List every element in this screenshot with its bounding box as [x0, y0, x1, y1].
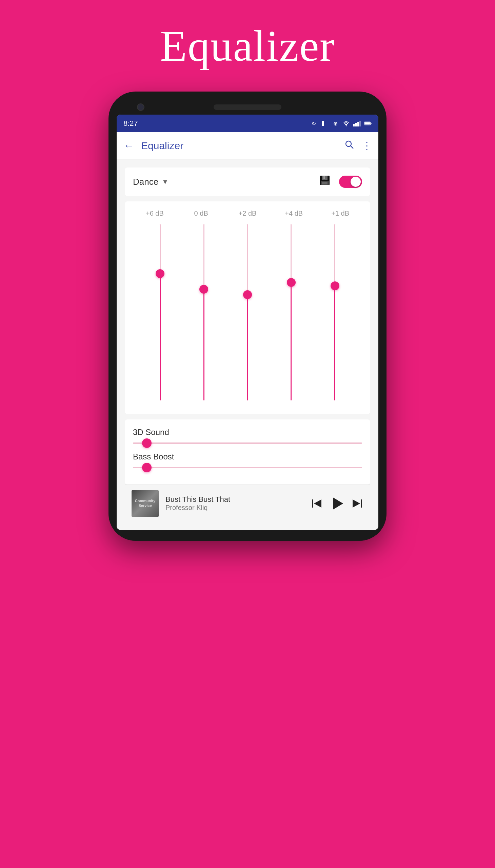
player-controls — [310, 496, 363, 511]
db-labels-row: +6 dB 0 dB +2 dB +4 dB +1 dB — [132, 209, 363, 217]
eq-band-1-active — [160, 274, 161, 401]
svg-rect-19 — [361, 499, 362, 508]
svg-rect-16 — [312, 499, 313, 508]
svg-rect-5 — [359, 121, 361, 126]
eq-band-1-thumb[interactable] — [156, 269, 165, 278]
track-info: Bust This Bust That Professor Kliq — [166, 495, 310, 512]
3d-sound-section: 3D Sound — [133, 428, 362, 444]
album-art: CommunityService — [132, 490, 159, 517]
svg-marker-18 — [333, 497, 343, 510]
dropdown-arrow-icon: ▼ — [162, 178, 169, 186]
search-button[interactable] — [344, 140, 354, 152]
bass-boost-track — [133, 467, 362, 468]
save-preset-button[interactable] — [319, 174, 331, 189]
eq-action-icons — [319, 174, 362, 189]
phone-top-bar — [117, 101, 378, 115]
eq-band-2-active — [203, 289, 204, 401]
bass-boost-thumb[interactable] — [142, 463, 152, 472]
eq-band-4-active — [291, 283, 292, 401]
eq-band-5-active — [334, 286, 335, 401]
bass-boost-slider-row[interactable] — [133, 467, 362, 468]
eq-band-5-track — [334, 224, 335, 401]
extras-section: 3D Sound Bass Boost — [125, 420, 370, 484]
eq-band-4-track — [291, 224, 292, 401]
3d-sound-slider-row[interactable] — [133, 442, 362, 444]
svg-rect-3 — [355, 123, 357, 126]
svg-rect-2 — [353, 124, 355, 126]
eq-band-1-track — [160, 224, 161, 401]
more-options-button[interactable]: ⋮ — [362, 140, 372, 151]
skip-forward-button[interactable] — [351, 497, 363, 510]
play-pause-button[interactable] — [329, 496, 344, 511]
preset-dropdown[interactable]: Dance ▼ — [133, 177, 319, 187]
track-title: Bust This Bust That — [166, 495, 310, 504]
eq-band-2[interactable] — [193, 224, 214, 401]
db-label-5: +1 dB — [327, 209, 354, 217]
phone-screen: 8:27 ↻ ⊕ — [117, 115, 378, 530]
svg-rect-13 — [323, 176, 325, 179]
skip-back-button[interactable] — [310, 497, 323, 510]
sync-icon: ↻ — [310, 120, 317, 127]
app-bar: ← Equalizer ⋮ — [117, 132, 378, 159]
battery-icon — [364, 120, 372, 127]
svg-rect-4 — [357, 122, 359, 126]
speaker-grille — [214, 104, 281, 110]
eq-band-3[interactable] — [237, 224, 258, 401]
svg-rect-7 — [364, 122, 370, 124]
eq-sliders-section: +6 dB 0 dB +2 dB +4 dB +1 dB — [125, 201, 370, 414]
phone-wrapper: 8:27 ↻ ⊕ — [108, 91, 387, 541]
3d-sound-thumb[interactable] — [142, 438, 152, 448]
app-bar-actions: ⋮ — [344, 140, 372, 152]
db-label-3: +2 dB — [234, 209, 261, 217]
phone-outer: 8:27 ↻ ⊕ — [108, 91, 387, 541]
app-bar-title: Equalizer — [141, 140, 344, 152]
eq-band-5-thumb[interactable] — [330, 282, 339, 290]
svg-rect-8 — [371, 123, 371, 124]
svg-marker-20 — [353, 499, 360, 508]
eq-band-2-track — [203, 224, 204, 401]
equalizer-content: Dance ▼ — [117, 159, 378, 530]
toggle-knob — [351, 177, 361, 187]
db-label-4: +4 dB — [280, 209, 308, 217]
album-art-text: CommunityService — [135, 499, 156, 508]
wifi-icon — [342, 120, 350, 127]
svg-point-1 — [346, 125, 347, 126]
svg-rect-0 — [322, 121, 324, 126]
svg-rect-15 — [322, 182, 327, 185]
db-label-2: 0 dB — [187, 209, 215, 217]
preset-name: Dance — [133, 177, 158, 187]
bass-boost-label: Bass Boost — [133, 452, 362, 461]
camera-dot — [137, 103, 144, 111]
back-button[interactable]: ← — [123, 139, 134, 152]
db-label-1: +6 dB — [141, 209, 168, 217]
3d-sound-label: 3D Sound — [133, 428, 362, 437]
eq-band-3-thumb[interactable] — [243, 290, 252, 299]
eq-band-4[interactable] — [281, 224, 302, 401]
3d-sound-track — [133, 442, 362, 444]
track-artist: Professor Kliq — [166, 504, 310, 512]
svg-point-9 — [346, 141, 351, 147]
eq-band-3-track — [247, 224, 248, 401]
sim-icon — [321, 120, 328, 127]
page-title: Equalizer — [160, 20, 335, 71]
eq-controls-row: Dance ▼ — [125, 168, 370, 196]
sliders-container — [132, 224, 363, 401]
eq-enable-toggle[interactable] — [339, 176, 362, 188]
vpn-icon: ⊕ — [331, 120, 339, 127]
eq-band-1[interactable] — [150, 224, 170, 401]
eq-band-5[interactable] — [325, 224, 345, 401]
eq-band-4-thumb[interactable] — [287, 278, 296, 287]
eq-band-3-active — [247, 295, 248, 401]
mini-player: CommunityService Bust This Bust That Pro… — [125, 484, 370, 522]
status-time: 8:27 — [123, 119, 138, 128]
svg-marker-17 — [314, 499, 321, 508]
signal-icon — [353, 120, 361, 127]
bass-boost-section: Bass Boost — [133, 452, 362, 468]
status-bar: 8:27 ↻ ⊕ — [117, 115, 378, 132]
eq-band-2-thumb[interactable] — [199, 285, 208, 294]
status-icons: ↻ ⊕ — [310, 120, 372, 127]
svg-line-10 — [351, 146, 353, 149]
